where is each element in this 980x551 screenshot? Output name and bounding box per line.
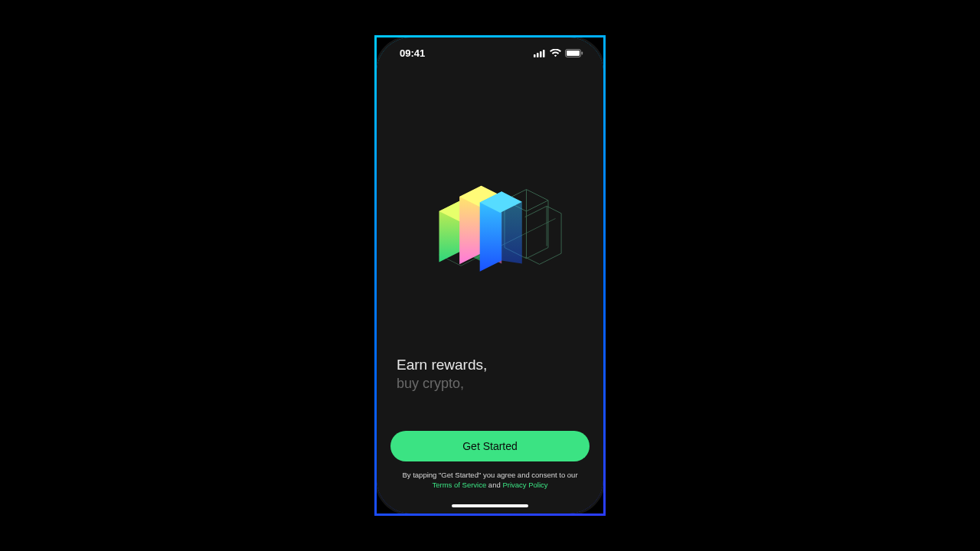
tagline-primary: Earn rewards,: [397, 356, 583, 375]
svg-rect-5: [567, 51, 580, 56]
tagline-block: Earn rewards, buy crypto,: [390, 356, 590, 393]
status-indicators: [534, 49, 583, 57]
terms-of-service-link[interactable]: Terms of Service: [432, 481, 486, 489]
onboarding-content: Earn rewards, buy crypto, Get Started By…: [377, 68, 603, 514]
svg-rect-0: [534, 54, 536, 57]
cellular-signal-icon: [534, 49, 546, 57]
svg-rect-6: [582, 51, 583, 54]
phone-power-button: [605, 166, 606, 220]
phone-device-frame: 09:41: [374, 35, 606, 516]
bar-chart-3d-icon: [417, 168, 563, 287]
home-indicator[interactable]: [452, 504, 528, 507]
phone-mute-switch: [374, 126, 375, 142]
hero-illustration: [390, 99, 590, 356]
legal-text-prefix: By tapping "Get Started" you agree and c…: [402, 471, 577, 479]
phone-screen: 09:41: [377, 37, 603, 514]
svg-rect-2: [540, 51, 542, 57]
legal-disclaimer: By tapping "Get Started" you agree and c…: [390, 471, 590, 491]
status-time: 09:41: [400, 47, 425, 59]
tagline-secondary: buy crypto,: [397, 375, 583, 393]
phone-volume-up: [374, 151, 375, 181]
wifi-icon: [550, 49, 561, 57]
svg-rect-1: [537, 53, 539, 57]
legal-text-and: and: [486, 481, 502, 489]
status-bar: 09:41: [377, 37, 603, 68]
phone-volume-down: [374, 187, 375, 218]
battery-icon: [565, 49, 583, 57]
get-started-button[interactable]: Get Started: [390, 431, 590, 461]
privacy-policy-link[interactable]: Privacy Policy: [502, 481, 547, 489]
svg-rect-3: [543, 50, 545, 57]
